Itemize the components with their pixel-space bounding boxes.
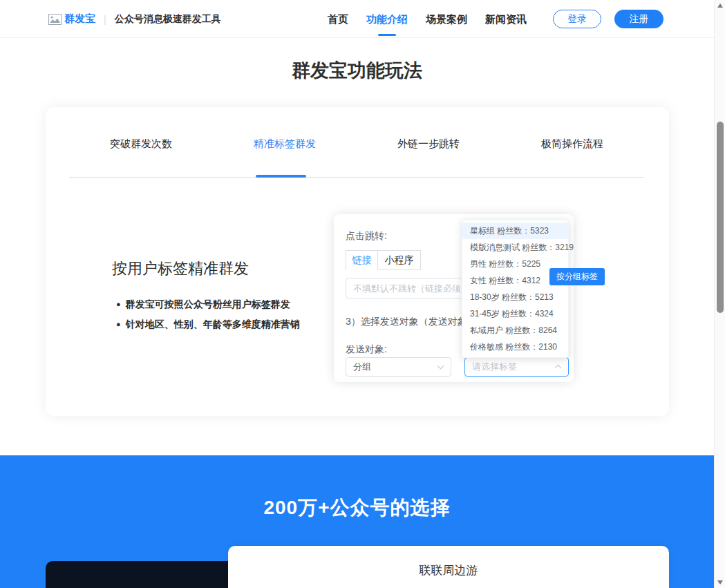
bottom-card: 联联周边游 [228,546,669,588]
register-button[interactable]: 注册 [614,10,663,28]
logo-divider: | [104,14,106,25]
group-select[interactable]: 分组 [346,357,451,377]
feature-bullet: ●群发宝可按照公众号粉丝用户标签群发 [116,298,290,311]
dropdown-item[interactable]: 星标组 粉丝数：5323 [462,222,568,239]
bullet-dot-icon: ● [116,320,121,328]
logo-text: 群发宝 [64,12,95,26]
phone-mockup-block [46,561,228,588]
vertical-scrollbar[interactable] [714,0,725,588]
scroll-down-arrow-icon[interactable] [717,580,723,585]
scrollbar-thumb[interactable] [717,122,724,313]
feature-heading: 按用户标签精准群发 [112,258,249,279]
logo[interactable]: 群发宝 | 公众号消息极速群发工具 [48,0,221,38]
page-title: 群发宝功能玩法 [0,58,714,83]
tab-link-jump[interactable]: 外链一步跳转 [357,137,500,151]
jump-label: 点击跳转: [346,230,387,243]
dropdown-item[interactable]: 18-30岁 粉丝数：5213 [462,289,568,305]
bullet-dot-icon: ● [116,300,121,308]
active-tab-indicator [256,175,306,178]
feature-bullet: ●针对地区、性别、年龄等多维度精准营销 [116,319,300,331]
tag-select-placeholder: 请选择标签 [472,361,517,372]
main-nav: 首页 功能介绍 场景案例 新闻资讯 [328,0,527,38]
bottom-section: 200万+公众号的选择 联联周边游 [0,455,714,588]
login-button[interactable]: 登录 [553,10,601,28]
page: 群发宝 | 公众号消息极速群发工具 首页 功能介绍 场景案例 新闻资讯 登录 注… [0,0,725,588]
tabs-divider [69,177,644,178]
dropdown-item[interactable]: 模版消息测试 粉丝数：3219 [462,239,568,256]
dropdown-item[interactable]: 31-45岁 粉丝数：4324 [462,305,568,322]
nav-item-cases[interactable]: 场景案例 [426,0,467,38]
bottom-section-title: 200万+公众号的选择 [0,495,714,521]
dropdown-item[interactable]: 价格敏感 粉丝数：2130 [462,339,568,355]
jump-type-tabs: 链接 小程序 [346,250,421,270]
chevron-up-icon [555,365,562,372]
tag-select[interactable]: 请选择标签 [464,357,569,377]
tab-precise-tag[interactable]: 精准标签群发 [213,137,357,151]
site-tagline: 公众号消息极速群发工具 [115,13,221,26]
broken-image-icon [48,14,62,25]
scroll-up-arrow-icon[interactable] [717,3,723,8]
nav-item-news[interactable]: 新闻资讯 [485,0,527,38]
tab-link[interactable]: 链接 [346,250,378,270]
header: 群发宝 | 公众号消息极速群发工具 首页 功能介绍 场景案例 新闻资讯 登录 注… [0,0,714,38]
target-label: 发送对象: [346,343,387,356]
bottom-card-title: 联联周边游 [228,562,669,578]
dropdown-item[interactable]: 私域用户 粉丝数：8264 [462,322,568,339]
tab-miniprogram[interactable]: 小程序 [378,250,421,270]
group-tag-button[interactable]: 按分组标签 [549,268,605,285]
tab-break-limit[interactable]: 突破群发次数 [69,137,213,151]
feature-card: 突破群发次数 精准标签群发 外链一步跳转 极简操作流程 按用户标签精准群发 ●群… [46,107,669,416]
bullet-text: 针对地区、性别、年龄等多维度精准营销 [126,319,300,330]
nav-item-features[interactable]: 功能介绍 [366,0,408,38]
feature-tabs: 突破群发次数 精准标签群发 外链一步跳转 极简操作流程 [69,137,644,151]
group-select-value: 分组 [353,361,371,372]
tab-simple-flow[interactable]: 极简操作流程 [500,137,644,151]
chevron-down-icon [437,363,444,370]
bullet-text: 群发宝可按照公众号粉丝用户标签群发 [126,298,290,310]
tag-dropdown: 星标组 粉丝数：5323 模版消息测试 粉丝数：3219 男性 粉丝数：5225… [462,220,569,358]
nav-item-home[interactable]: 首页 [328,0,348,38]
